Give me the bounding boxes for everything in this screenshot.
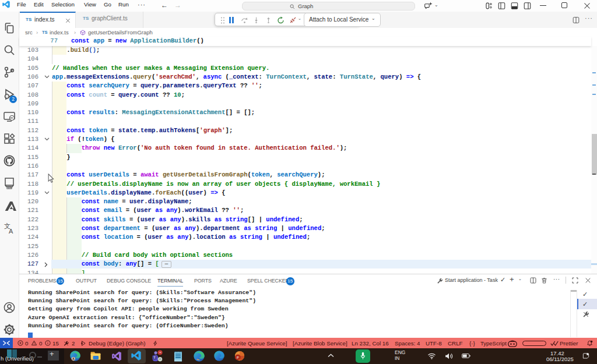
svg-text:01: 01: [159, 358, 161, 361]
svg-text:T: T: [153, 356, 156, 359]
svg-text:P: P: [237, 356, 239, 359]
svg-text:M365: M365: [6, 186, 13, 189]
svg-text:A: A: [9, 228, 13, 235]
